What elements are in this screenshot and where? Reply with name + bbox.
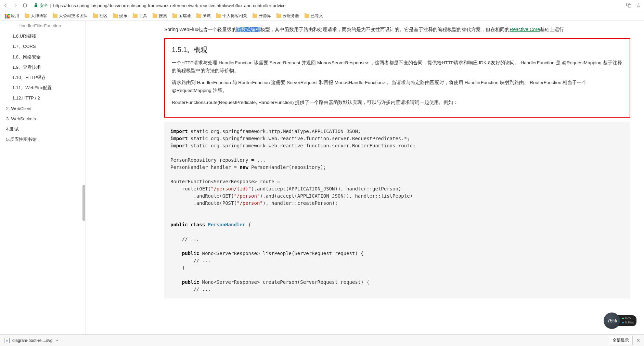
bookmark-folder[interactable]: 搜索 [151,13,169,19]
code-text: PersonHandler handler = [170,164,240,170]
bookmark-folder[interactable]: 云服务器 [274,13,301,19]
text: 模型，其中函数用于路由和处理请求，而契约是为不变性而设计的。它是基于注释的编程模… [260,27,510,32]
paragraph: 请求路由到 HandlerFunction 与 RouterFunction 这… [172,79,623,95]
browser-nav-bar: 安全 | https://docs.spring.io/spring/docs/… [0,0,644,11]
main-content: Spring WebFlux包含一个轻量级的函数式编程模型，其中函数用于路由和处… [86,21,644,334]
folder-icon [25,14,29,18]
bookmark-label: 工具 [139,13,147,19]
bookmark-label: 搜索 [159,13,167,19]
bookmark-folder[interactable]: 社区 [91,13,110,19]
folder-icon [53,14,57,18]
toc-item[interactable]: 1.8。网络安全 [0,52,85,62]
star-icon[interactable]: ☆ [636,2,641,9]
toc-item[interactable]: 4.测试 [0,124,85,134]
folder-icon [172,14,177,18]
bookmark-folder[interactable]: 个人博客相关 [214,13,249,19]
translate-icon[interactable] [626,2,632,9]
folder-icon [196,14,201,18]
folder-icon [113,14,118,18]
upload-speed: 0K/s [625,317,631,320]
widget-percent: 75% [604,312,620,329]
code-string: "/person/{id}" [211,186,251,191]
bookmark-folder[interactable]: 娱乐 [111,13,129,19]
code-text: route(GET( [170,186,211,191]
svg-rect-0 [35,5,37,7]
toc-item[interactable]: 1.12.HTTP / 2 [0,93,85,103]
code-keyword: new [240,164,248,170]
toc-item[interactable]: 1.10。HTTP缓存 [0,72,85,83]
widget-speeds: 0K/s 0.1K/s [618,315,636,326]
code-text: PersonRepository repository = ... [170,157,266,163]
speed-widget[interactable]: 75% 0K/s 0.1K/s [604,312,636,329]
apps-icon [5,14,10,18]
code-class: PersonHandler [205,222,245,227]
bookmark-label: 云服务器 [283,13,299,19]
code-text: } [170,265,185,270]
paragraph: RouterFunctions.route(RequestPredicate, … [172,99,623,107]
bookmark-folder[interactable]: 已导入 [302,13,325,19]
toc-item[interactable]: 2. WebClient [0,104,85,114]
toc-item-partial[interactable]: HandlerFilterFunction [0,22,85,31]
code-text: // ... [170,287,211,292]
folder-icon [93,14,98,18]
code-text: .andRoute(POST( [170,200,237,206]
bookmark-label: 大神博客 [31,13,47,19]
url-text: https://docs.spring.io/spring/docs/curre… [53,3,285,8]
highlighted-section: 1.5.1。概观 一个HTTP请求与处理 HandlerFunction 该需要… [164,38,630,118]
bookmarks-bar: 应用 大神博客 大公司技术团队 社区 娱乐 工具 搜索 宝瑞通 测试 个人博客相… [0,11,644,21]
folder-icon [133,14,138,18]
bookmark-label: 开源库 [259,13,271,19]
url-separator: | [50,3,51,8]
code-string: "/person" [234,193,260,199]
sidebar-toc: HandlerFilterFunction 1.6.URI链接 1.7。CORS… [0,21,86,334]
toc-item[interactable]: 1.7。CORS [0,41,85,52]
lock-icon [34,3,38,8]
reactive-core-link[interactable]: Reactive Core [510,27,540,32]
code-keyword: public [170,279,199,285]
folder-icon [276,14,281,18]
bookmark-label: 娱乐 [119,13,127,19]
apps-label: 应用 [11,13,19,19]
bookmark-label: 宝瑞通 [179,13,191,19]
code-keyword: public [170,251,199,256]
highlighted-text: 函数式编程 [236,27,260,32]
section-heading: 1.5.1。概观 [172,45,623,54]
apps-button[interactable]: 应用 [3,13,21,19]
code-keyword: public [170,222,188,227]
scrollbar-thumb[interactable] [82,185,85,221]
bookmark-label: 测试 [203,13,211,19]
toc-item[interactable]: 1.6.URI链接 [0,31,85,41]
bookmark-folder[interactable]: 宝瑞通 [170,13,193,19]
folder-icon [253,14,257,18]
toc-item[interactable]: 1.11。WebFlux配置 [0,83,85,93]
code-text: .andRoute(GET( [170,193,234,199]
code-text: // ... [170,258,211,263]
folder-icon [153,14,157,18]
forward-button[interactable] [12,2,18,9]
toc-item[interactable]: 3. WebSockets [0,114,85,124]
address-bar[interactable]: 安全 | https://docs.spring.io/spring/docs/… [31,3,623,9]
code-keyword: import [170,136,188,141]
reload-button[interactable] [22,2,28,9]
code-keyword: class [188,222,205,227]
code-text: ), handler::createPerson); [263,200,338,206]
code-text: static org.springframework.web.reactive.… [188,136,410,141]
back-button[interactable] [3,2,9,9]
code-text: RouterFunction<ServerResponse> route = [170,179,280,184]
bookmark-folder[interactable]: 大神博客 [23,13,49,19]
bookmark-folder[interactable]: 测试 [194,13,213,19]
download-speed: 0.1K/s [625,321,634,324]
toc-item[interactable]: 5.反应性图书馆 [0,134,85,145]
code-text: static org.springframework.http.MediaTyp… [188,129,361,134]
code-text: Mono<ServerResponse> createPerson(Server… [199,279,369,285]
bookmark-folder[interactable]: 工具 [131,13,149,19]
bookmark-folder[interactable]: 大公司技术团队 [51,13,90,19]
code-keyword: import [170,129,188,134]
bookmark-label: 已导入 [311,13,323,19]
bookmark-folder[interactable]: 开源库 [250,13,273,19]
bookmark-label: 大公司技术团队 [59,13,88,19]
toc-item[interactable]: 1.9。查看技术 [0,62,85,72]
text: Spring WebFlux包含一个轻量级的 [164,27,236,32]
code-string: "/person" [237,200,263,206]
code-text: ).and(accept(APPLICATION_JSON)), handler… [251,186,401,191]
